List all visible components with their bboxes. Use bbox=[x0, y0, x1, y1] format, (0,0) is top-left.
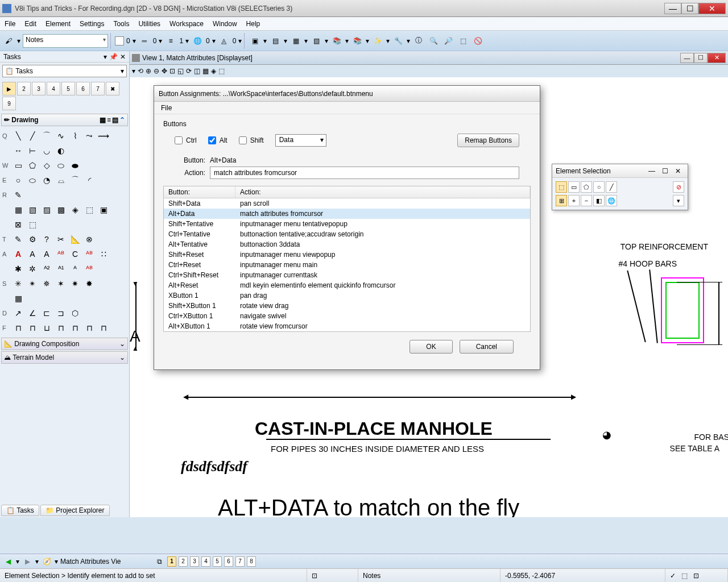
view-1[interactable]: 1 bbox=[167, 556, 176, 567]
view-7[interactable]: 7 bbox=[235, 556, 245, 567]
alt-checkbox[interactable]: Alt bbox=[208, 136, 228, 144]
tool-8[interactable]: ✖ bbox=[106, 82, 119, 95]
tool-1[interactable]: ▶ bbox=[2, 82, 16, 95]
tasks-dropdown[interactable]: 📋 Tasks bbox=[2, 65, 127, 77]
menu-edit[interactable]: Edit bbox=[24, 20, 36, 28]
es-shape[interactable]: ⬠ bbox=[581, 181, 592, 193]
tb-icon-8[interactable]: 🔧 bbox=[392, 35, 404, 47]
transparency-icon[interactable]: ◬ bbox=[218, 35, 230, 47]
line-tool[interactable]: ╲ bbox=[11, 130, 25, 142]
tb-icon-3[interactable]: ▦ bbox=[289, 35, 302, 47]
view-5[interactable]: 5 bbox=[213, 556, 222, 567]
menu-window[interactable]: Window bbox=[213, 20, 237, 28]
assignment-row[interactable]: Alt+XButton 1rotate view fromcursor bbox=[164, 321, 530, 331]
col-header-action[interactable]: Action: bbox=[235, 186, 530, 198]
menu-file[interactable]: File bbox=[5, 20, 15, 28]
rect-tool[interactable]: ▭ bbox=[11, 159, 25, 172]
action-field-input[interactable] bbox=[210, 167, 519, 179]
circle-tool[interactable]: ○ bbox=[11, 174, 25, 186]
tb-icon-9[interactable]: 🔍 bbox=[427, 35, 440, 47]
status-level[interactable]: Notes bbox=[358, 569, 500, 582]
view-4[interactable]: 4 bbox=[201, 556, 210, 567]
menu-tools[interactable]: Tools bbox=[113, 20, 129, 28]
dialog-menu-file[interactable]: File bbox=[161, 104, 172, 112]
view-maximize[interactable]: ☐ bbox=[694, 53, 708, 63]
col-header-button[interactable]: Button: bbox=[164, 186, 235, 198]
tool-5[interactable]: 5 bbox=[61, 82, 75, 95]
es-line[interactable]: ╱ bbox=[606, 181, 617, 193]
es-clear[interactable]: 🌐 bbox=[606, 195, 617, 206]
tool-6[interactable]: 6 bbox=[76, 82, 90, 95]
drawing-section-header[interactable]: ✏ Drawing ▦≡▤⌃ bbox=[1, 114, 128, 126]
button-combo[interactable]: Data bbox=[275, 134, 326, 147]
tb-icon-2[interactable]: ▤ bbox=[269, 35, 282, 47]
tb-icon-11[interactable]: ⬚ bbox=[457, 35, 469, 47]
assignment-row[interactable]: Shift+Resetinputmanager menu viewpopup bbox=[164, 250, 530, 260]
tab-project-explorer[interactable]: 📁 Project Explorer bbox=[40, 505, 110, 516]
view-6[interactable]: 6 bbox=[224, 556, 233, 567]
menu-help[interactable]: Help bbox=[246, 20, 260, 28]
tool-2[interactable]: 2 bbox=[17, 82, 31, 95]
tb-icon-10[interactable]: 🔎 bbox=[442, 35, 454, 47]
maximize-button[interactable]: ☐ bbox=[681, 3, 698, 14]
weight-icon[interactable]: ≡ bbox=[164, 35, 177, 47]
assignment-row[interactable]: Ctrl+Shift+Resetinputmanager currenttask bbox=[164, 270, 530, 280]
drawing-composition-panel[interactable]: 📐 Drawing Composition bbox=[1, 338, 128, 350]
assignment-row[interactable]: Ctrl+Tentativebuttonaction tentative;acc… bbox=[164, 229, 530, 239]
view-8[interactable]: 8 bbox=[247, 556, 256, 567]
tab-tasks[interactable]: 📋 Tasks bbox=[1, 505, 39, 516]
view-close[interactable]: ✕ bbox=[708, 53, 726, 63]
cancel-icon[interactable]: 🚫 bbox=[471, 35, 484, 47]
es-new[interactable]: ⊞ bbox=[556, 195, 567, 206]
color-icon[interactable]: 🖌 bbox=[2, 35, 15, 47]
tool-combo[interactable]: Match Attributes Vie bbox=[60, 558, 140, 566]
es-individual[interactable]: ⬚ bbox=[556, 181, 567, 193]
assignment-row[interactable]: Alt+Tentativebuttonaction 3ddata bbox=[164, 239, 530, 250]
tool-3[interactable]: 3 bbox=[32, 82, 46, 95]
assignment-row[interactable]: XButton 1pan drag bbox=[164, 290, 530, 301]
es-handles[interactable]: ▾ bbox=[673, 195, 684, 206]
es-block[interactable]: ▭ bbox=[568, 181, 580, 193]
tool-4[interactable]: 4 bbox=[47, 82, 60, 95]
tool-7[interactable]: 7 bbox=[91, 82, 105, 95]
assignment-row[interactable]: Ctrl+Resetinputmanager menu main bbox=[164, 260, 530, 270]
ok-button[interactable]: OK bbox=[410, 340, 452, 354]
ctrl-checkbox[interactable]: Ctrl bbox=[175, 136, 197, 144]
tb-icon-1[interactable]: ▣ bbox=[249, 35, 261, 47]
tb-icon-6[interactable]: 📚 bbox=[351, 35, 363, 47]
nav-fwd[interactable]: ▶ bbox=[22, 556, 33, 567]
vt-icon[interactable]: ▾ bbox=[132, 67, 135, 75]
assignment-row[interactable]: Ctrl+XButton 1navigate swivel bbox=[164, 311, 530, 321]
remap-buttons-button[interactable]: Remap Buttons bbox=[457, 134, 519, 147]
view-groups-icon[interactable]: ⧉ bbox=[154, 556, 165, 567]
globe-icon[interactable]: 🌐 bbox=[191, 35, 204, 47]
tb-icon-4[interactable]: ▧ bbox=[310, 35, 322, 47]
es-max-icon[interactable]: ☐ bbox=[662, 167, 668, 175]
menu-element[interactable]: Element bbox=[46, 20, 71, 28]
view-3[interactable]: 3 bbox=[190, 556, 199, 567]
shift-checkbox[interactable]: Shift bbox=[239, 136, 264, 144]
es-disable[interactable]: ⊘ bbox=[673, 181, 684, 193]
menu-utilities[interactable]: Utilities bbox=[138, 20, 160, 28]
status-snap[interactable]: ⊡ bbox=[307, 569, 358, 582]
tb-icon-5[interactable]: 📚 bbox=[330, 35, 343, 47]
es-circle[interactable]: ○ bbox=[593, 181, 605, 193]
tasks-menu-icon[interactable]: ▾ bbox=[104, 53, 107, 61]
terrain-model-panel[interactable]: ⛰ Terrain Model bbox=[1, 351, 128, 364]
assignment-row[interactable]: Shift+XButton 1rotate view drag bbox=[164, 301, 530, 311]
menu-workspace[interactable]: Workspace bbox=[169, 20, 204, 28]
nav-back[interactable]: ◀ bbox=[2, 556, 14, 567]
compass-icon[interactable]: 🧭 bbox=[41, 556, 52, 567]
es-close-icon[interactable]: ✕ bbox=[675, 167, 681, 175]
assignment-row[interactable]: Shift+Tentativeinputmanager menu tentati… bbox=[164, 219, 530, 229]
assignment-row[interactable]: Alt+Resetmdl keyin elementinfo element q… bbox=[164, 280, 530, 290]
status-icons[interactable]: ✓ ⬚ ⊡ bbox=[665, 569, 728, 582]
minimize-button[interactable]: — bbox=[664, 3, 681, 14]
text-tool[interactable]: A bbox=[11, 248, 25, 260]
es-invert[interactable]: ◧ bbox=[593, 195, 605, 206]
tool-9[interactable]: 9 bbox=[2, 97, 16, 110]
menu-settings[interactable]: Settings bbox=[80, 20, 104, 28]
info-icon[interactable]: ⓘ bbox=[412, 35, 425, 47]
color-swatch[interactable] bbox=[115, 36, 124, 45]
es-min-icon[interactable]: — bbox=[648, 167, 655, 175]
